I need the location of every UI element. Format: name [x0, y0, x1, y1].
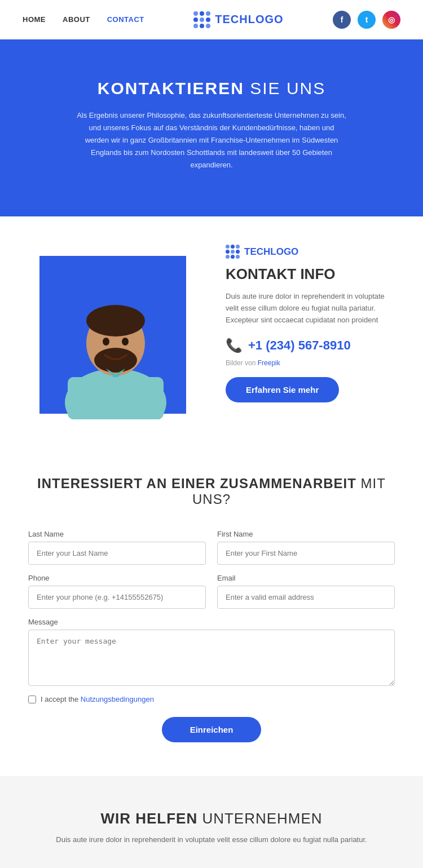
nav-about[interactable]: ABOUT	[63, 15, 90, 24]
dot	[193, 11, 198, 16]
person-photo	[28, 239, 203, 419]
svg-point-10	[103, 338, 109, 346]
terms-row: I accept the Nutzungsbedingungen	[28, 695, 395, 703]
dot	[193, 24, 198, 28]
navbar: HOME ABOUT CONTACT TECHLOGO f t ◎	[0, 0, 423, 39]
first-name-label: First Name	[217, 530, 395, 538]
nav-contact[interactable]: CONTACT	[107, 15, 144, 24]
message-group: Message	[28, 618, 395, 686]
contact-info-section: TECHLOGO KONTAKT INFO Duis aute irure do…	[0, 216, 423, 442]
ci-dot	[226, 245, 230, 249]
phone-display: 📞 +1 (234) 567-8910	[226, 338, 395, 353]
contact-info-right: TECHLOGO KONTAKT INFO Duis aute irure do…	[226, 239, 395, 419]
ci-dot	[236, 245, 240, 249]
credit-link[interactable]: Freepik	[258, 359, 280, 367]
message-input[interactable]	[28, 630, 395, 686]
ci-dot	[236, 255, 240, 259]
form-row-name: Last Name First Name	[28, 530, 395, 565]
ci-dot	[226, 255, 230, 259]
last-name-label: Last Name	[28, 530, 206, 538]
instagram-icon[interactable]: ◎	[382, 11, 400, 29]
form-section: INTERESSIERT AN EINER ZUSAMMENARBEIT MIT…	[0, 442, 423, 776]
email-label: Email	[217, 574, 395, 582]
email-group: Email	[217, 574, 395, 609]
last-name-input[interactable]	[28, 542, 206, 565]
ci-dot	[231, 250, 235, 254]
phone-icon: 📞	[226, 338, 243, 353]
terms-link[interactable]: Nutzungsbedingungen	[81, 695, 154, 703]
help-section: WIR HELFEN UNTERNEHMEN Duis aute irure d…	[0, 776, 423, 868]
contact-form: Last Name First Name Phone Email Message	[28, 530, 395, 742]
form-title: INTERESSIERT AN EINER ZUSAMMENARBEIT MIT…	[28, 476, 395, 507]
submit-button[interactable]: Einreichen	[162, 717, 262, 742]
help-title: WIR HELFEN UNTERNEHMEN	[23, 810, 400, 827]
dot	[206, 24, 210, 28]
first-name-input[interactable]	[217, 542, 395, 565]
facebook-icon[interactable]: f	[333, 11, 351, 29]
ci-title: KONTAKT INFO	[226, 265, 395, 283]
nav-home[interactable]: HOME	[23, 15, 46, 24]
help-description: Duis aute irure dolor in reprehenderit i…	[23, 834, 400, 846]
hero-title: KONTAKTIEREN SIE UNS	[56, 79, 367, 98]
hero-description: Als Ergebnis unserer Philosophie, das zu…	[76, 109, 347, 171]
twitter-icon[interactable]: t	[358, 11, 376, 29]
logo-text: TECHLOGO	[215, 13, 283, 26]
hero-section: KONTAKTIEREN SIE UNS Als Ergebnis unsere…	[0, 39, 423, 216]
svg-point-11	[122, 338, 129, 346]
phone-number: +1 (234) 567-8910	[248, 338, 351, 353]
email-input[interactable]	[217, 586, 395, 609]
ci-logo: TECHLOGO	[226, 245, 395, 259]
ci-dot	[226, 250, 230, 254]
dot	[206, 17, 210, 22]
submit-wrap: Einreichen	[28, 717, 395, 742]
terms-label: I accept the Nutzungsbedingungen	[41, 695, 154, 703]
ci-dot	[231, 245, 235, 249]
social-icons: f t ◎	[333, 11, 400, 29]
ci-logo-text: TECHLOGO	[244, 246, 298, 258]
person-photo-wrap	[28, 239, 203, 419]
learn-more-button[interactable]: Erfahren Sie mehr	[226, 377, 339, 402]
phone-input[interactable]	[28, 586, 206, 609]
dot	[200, 11, 204, 16]
phone-label: Phone	[28, 574, 206, 582]
terms-checkbox[interactable]	[28, 696, 36, 703]
logo-dots	[193, 11, 210, 28]
last-name-group: Last Name	[28, 530, 206, 565]
phone-group: Phone	[28, 574, 206, 609]
ci-dot	[236, 250, 240, 254]
form-row-contact: Phone Email	[28, 574, 395, 609]
message-label: Message	[28, 618, 395, 626]
svg-rect-9	[68, 377, 164, 419]
person-svg	[28, 239, 203, 419]
first-name-group: First Name	[217, 530, 395, 565]
ci-logo-dots	[226, 245, 240, 259]
image-credit: Bilder von Freepik	[226, 359, 395, 367]
dot	[200, 17, 204, 22]
ci-dot	[231, 255, 235, 259]
dot	[200, 24, 204, 28]
nav-links: HOME ABOUT CONTACT	[23, 15, 144, 24]
ci-description: Duis aute irure dolor in reprehenderit i…	[226, 291, 395, 326]
logo: TECHLOGO	[193, 11, 283, 28]
dot	[193, 17, 198, 22]
svg-point-4	[86, 305, 145, 336]
dot	[206, 11, 210, 16]
